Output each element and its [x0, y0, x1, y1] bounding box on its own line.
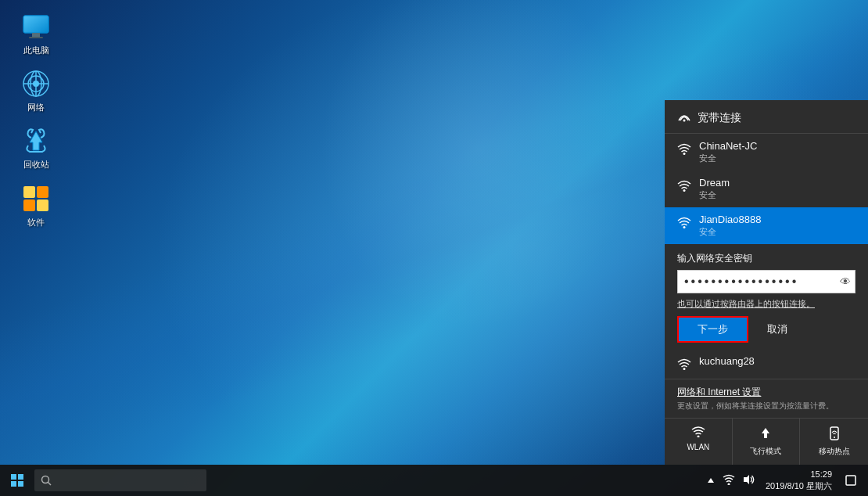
- dream-info: Dream 安全: [699, 177, 855, 201]
- svg-rect-3: [29, 37, 43, 38]
- svg-rect-10: [23, 186, 35, 198]
- wlan-icon: [691, 426, 705, 440]
- password-buttons: 下一步 取消: [677, 316, 855, 343]
- tray-date: 2019/8/10 星期六: [766, 480, 832, 492]
- password-input-wrap: 👁: [677, 270, 855, 293]
- wifi-signal-icon-jiandiao: [677, 215, 691, 232]
- network-item-dream[interactable]: Dream 安全: [665, 171, 868, 207]
- tray-network-icon[interactable]: [720, 473, 737, 488]
- svg-point-21: [834, 437, 835, 438]
- svg-point-14: [683, 120, 686, 122]
- airplane-button[interactable]: 飞行模式: [733, 419, 801, 465]
- svg-rect-13: [37, 199, 48, 211]
- jiandiao-name: JianDiao8888: [699, 214, 855, 225]
- chinanet-info: ChinaNet-JC 安全: [699, 140, 855, 164]
- network-settings-desc: 更改设置，例如将某连接设置为按流量计费。: [677, 401, 855, 412]
- desktop-icon-network[interactable]: 网络: [8, 65, 64, 116]
- chinanet-name: ChinaNet-JC: [699, 140, 855, 152]
- dream-name: Dream: [699, 177, 855, 189]
- notification-button[interactable]: [840, 465, 862, 496]
- password-section: 输入网络安全密钥 👁 也可以通过按路由器上的按钮连接。 下一步 取消: [665, 244, 868, 350]
- svg-point-15: [683, 153, 686, 155]
- wifi-signal-icon-dream: [677, 178, 691, 196]
- desktop: 此电脑 网络: [0, 0, 868, 496]
- taskbar-tray: 15:29 2019/8/10 星期六: [698, 465, 868, 496]
- tray-volume-icon[interactable]: [741, 473, 758, 488]
- password-label: 输入网络安全密钥: [677, 252, 855, 265]
- pc-icon-img: [20, 11, 52, 42]
- recycle-icon-label: 回收站: [23, 160, 49, 170]
- show-password-icon[interactable]: 👁: [840, 275, 851, 288]
- chinanet-status: 安全: [699, 153, 855, 164]
- windows-logo: [11, 474, 23, 487]
- svg-point-16: [683, 189, 686, 192]
- desktop-icon-pc[interactable]: 此电脑: [8, 8, 64, 59]
- wlan-label: WLAN: [687, 443, 709, 451]
- kuchuang-info: kuchuang28: [699, 355, 855, 367]
- pc-icon-label: 此电脑: [23, 45, 49, 56]
- network-icon-img: [20, 68, 52, 99]
- network-icon-label: 网络: [27, 102, 45, 113]
- password-hint[interactable]: 也可以通过按路由器上的按钮连接。: [677, 298, 855, 310]
- wifi-panel-title: 宽带连接: [698, 111, 741, 125]
- network-item-chinanet[interactable]: ChinaNet-JC 安全: [665, 134, 868, 171]
- wifi-panel: 宽带连接 ChinaNet-JC 安全: [665, 100, 868, 465]
- svg-point-19: [697, 436, 699, 438]
- taskbar-search[interactable]: [34, 469, 206, 491]
- taskbar: 15:29 2019/8/10 星期六: [0, 465, 868, 496]
- kuchuang-name: kuchuang28: [699, 355, 855, 367]
- search-icon: [41, 475, 52, 486]
- airplane-icon: [759, 426, 773, 443]
- desktop-icon-recycle[interactable]: 回收站: [8, 122, 64, 173]
- tray-clock[interactable]: 15:29 2019/8/10 星期六: [762, 469, 835, 493]
- mobile-hotspot-button[interactable]: 移动热点: [800, 419, 868, 465]
- svg-marker-26: [744, 475, 749, 484]
- jiandiao-info: JianDiao8888 安全: [699, 214, 855, 238]
- svg-marker-24: [708, 478, 714, 483]
- recycle-icon-img: [20, 125, 52, 156]
- network-item-jiandiao[interactable]: JianDiao8888 安全: [665, 207, 868, 244]
- svg-rect-12: [23, 199, 35, 211]
- wlan-button[interactable]: WLAN: [665, 419, 733, 465]
- wifi-panel-header: 宽带连接: [665, 100, 868, 134]
- next-button[interactable]: 下一步: [677, 316, 748, 343]
- mobile-icon: [829, 426, 840, 443]
- desktop-icons: 此电脑 网络: [8, 8, 64, 231]
- software-icon-img: [20, 183, 52, 214]
- svg-point-17: [683, 226, 686, 228]
- svg-point-25: [728, 483, 730, 486]
- svg-rect-11: [37, 186, 48, 198]
- svg-line-23: [48, 483, 52, 486]
- svg-rect-27: [846, 476, 855, 485]
- tray-overflow-button[interactable]: [705, 474, 717, 487]
- desktop-icon-software[interactable]: 软件: [8, 180, 64, 231]
- wifi-footer: 网络和 Internet 设置 更改设置，例如将某连接设置为按流量计费。: [665, 379, 868, 418]
- airplane-label: 飞行模式: [750, 446, 781, 457]
- broadband-icon: [677, 110, 691, 127]
- start-button[interactable]: [0, 465, 34, 496]
- network-item-kuchuang[interactable]: kuchuang28: [665, 350, 868, 379]
- cancel-button[interactable]: 取消: [755, 316, 800, 343]
- mobile-label: 移动热点: [819, 446, 850, 457]
- dream-status: 安全: [699, 189, 855, 201]
- wifi-signal-icon-kuchuang: [677, 357, 691, 374]
- svg-point-22: [42, 476, 49, 483]
- network-settings-link[interactable]: 网络和 Internet 设置: [677, 386, 855, 399]
- wifi-signal-icon-chinanet: [677, 142, 691, 159]
- svg-rect-1: [23, 16, 48, 33]
- jiandiao-status: 安全: [699, 226, 855, 238]
- password-input[interactable]: [677, 270, 855, 293]
- wifi-bottom-buttons: WLAN 飞行模式 移: [665, 418, 868, 465]
- software-icon-label: 软件: [27, 217, 45, 228]
- svg-rect-2: [32, 33, 40, 37]
- tray-icons: [705, 473, 758, 488]
- svg-point-18: [683, 368, 686, 370]
- tray-time: 15:29: [766, 469, 832, 480]
